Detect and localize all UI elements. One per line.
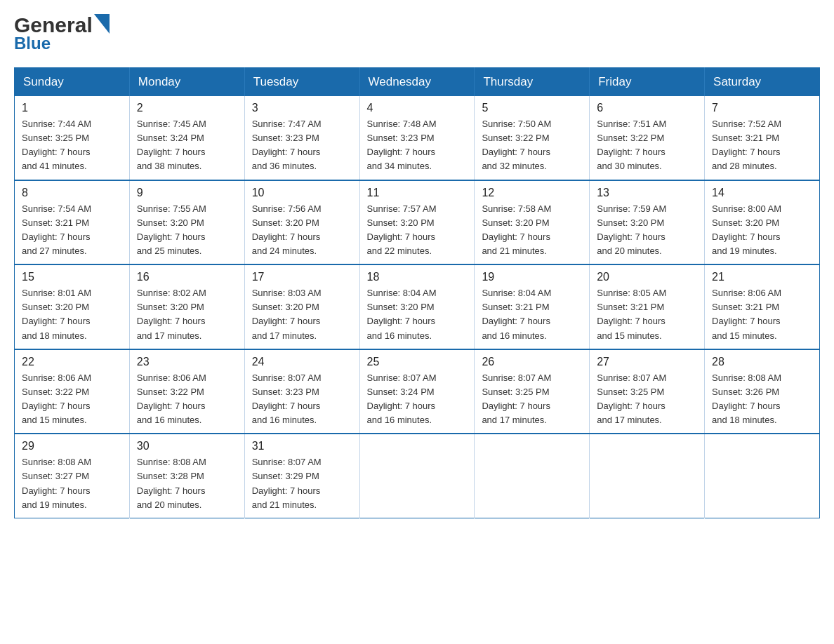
calendar-day-cell: 31 Sunrise: 8:07 AMSunset: 3:29 PMDaylig… [244, 434, 359, 518]
calendar-day-cell: 17 Sunrise: 8:03 AMSunset: 3:20 PMDaylig… [244, 264, 359, 349]
calendar-day-cell [475, 434, 590, 518]
calendar-day-cell: 19 Sunrise: 8:04 AMSunset: 3:21 PMDaylig… [475, 264, 590, 349]
day-info: Sunrise: 8:07 AMSunset: 3:23 PMDaylight:… [252, 373, 322, 425]
day-number: 28 [712, 356, 812, 368]
day-info: Sunrise: 7:55 AMSunset: 3:20 PMDaylight:… [137, 203, 206, 256]
day-info: Sunrise: 8:07 AMSunset: 3:25 PMDaylight:… [482, 373, 551, 425]
calendar-day-cell: 22 Sunrise: 8:06 AMSunset: 3:22 PMDaylig… [15, 349, 130, 434]
day-number: 25 [367, 356, 468, 368]
day-number: 31 [252, 440, 352, 452]
calendar-day-cell: 23 Sunrise: 8:06 AMSunset: 3:22 PMDaylig… [129, 349, 244, 434]
calendar-day-cell: 6 Sunrise: 7:51 AMSunset: 3:22 PMDayligh… [590, 96, 705, 180]
calendar-day-cell: 7 Sunrise: 7:52 AMSunset: 3:21 PMDayligh… [705, 96, 820, 180]
day-info: Sunrise: 8:08 AMSunset: 3:28 PMDaylight:… [137, 457, 206, 509]
calendar-day-cell: 8 Sunrise: 7:54 AMSunset: 3:21 PMDayligh… [15, 180, 130, 265]
day-info: Sunrise: 8:08 AMSunset: 3:27 PMDaylight:… [22, 457, 91, 509]
day-info: Sunrise: 7:52 AMSunset: 3:21 PMDaylight:… [712, 119, 781, 171]
day-number: 14 [712, 187, 812, 199]
day-number: 15 [22, 271, 122, 283]
day-info: Sunrise: 8:07 AMSunset: 3:25 PMDaylight:… [597, 373, 666, 425]
calendar-header-row: SundayMondayTuesdayWednesdayThursdayFrid… [15, 68, 820, 97]
day-info: Sunrise: 7:45 AMSunset: 3:24 PMDaylight:… [137, 119, 206, 171]
calendar-day-cell: 26 Sunrise: 8:07 AMSunset: 3:25 PMDaylig… [475, 349, 590, 434]
logo: General Blue [14, 14, 110, 53]
calendar-day-cell: 16 Sunrise: 8:02 AMSunset: 3:20 PMDaylig… [129, 264, 244, 349]
day-number: 21 [712, 271, 812, 283]
day-info: Sunrise: 8:05 AMSunset: 3:21 PMDaylight:… [597, 288, 666, 340]
calendar-day-cell: 5 Sunrise: 7:50 AMSunset: 3:22 PMDayligh… [475, 96, 590, 180]
day-number: 6 [597, 102, 697, 114]
day-number: 3 [252, 102, 352, 114]
day-info: Sunrise: 8:04 AMSunset: 3:20 PMDaylight:… [367, 288, 437, 340]
day-number: 22 [22, 356, 122, 368]
day-info: Sunrise: 8:03 AMSunset: 3:20 PMDaylight:… [252, 288, 322, 340]
day-number: 20 [597, 271, 697, 283]
calendar-week-row: 29 Sunrise: 8:08 AMSunset: 3:27 PMDaylig… [15, 434, 820, 518]
calendar-day-cell: 3 Sunrise: 7:47 AMSunset: 3:23 PMDayligh… [244, 96, 359, 180]
day-info: Sunrise: 7:58 AMSunset: 3:20 PMDaylight:… [482, 203, 551, 256]
day-number: 2 [137, 102, 237, 114]
day-info: Sunrise: 8:07 AMSunset: 3:24 PMDaylight:… [367, 373, 437, 425]
calendar-weekday-header: Friday [590, 68, 705, 97]
calendar-weekday-header: Tuesday [244, 68, 359, 97]
calendar-day-cell: 29 Sunrise: 8:08 AMSunset: 3:27 PMDaylig… [15, 434, 130, 518]
calendar-day-cell: 1 Sunrise: 7:44 AMSunset: 3:25 PMDayligh… [15, 96, 130, 180]
logo-general: General [14, 15, 93, 36]
day-number: 5 [482, 102, 582, 114]
day-info: Sunrise: 7:50 AMSunset: 3:22 PMDaylight:… [482, 119, 551, 171]
day-number: 23 [137, 356, 237, 368]
calendar-table: SundayMondayTuesdayWednesdayThursdayFrid… [14, 67, 820, 518]
calendar-day-cell: 11 Sunrise: 7:57 AMSunset: 3:20 PMDaylig… [359, 180, 475, 265]
calendar-day-cell [359, 434, 475, 518]
day-info: Sunrise: 8:06 AMSunset: 3:21 PMDaylight:… [712, 288, 781, 340]
calendar-day-cell: 18 Sunrise: 8:04 AMSunset: 3:20 PMDaylig… [359, 264, 475, 349]
day-number: 1 [22, 102, 122, 114]
calendar-weekday-header: Sunday [15, 68, 130, 97]
day-number: 13 [597, 187, 697, 199]
calendar-day-cell: 2 Sunrise: 7:45 AMSunset: 3:24 PMDayligh… [129, 96, 244, 180]
day-number: 30 [137, 440, 237, 452]
logo-blue: Blue [14, 34, 51, 53]
calendar-day-cell: 4 Sunrise: 7:48 AMSunset: 3:23 PMDayligh… [359, 96, 475, 180]
calendar-weekday-header: Thursday [475, 68, 590, 97]
calendar-day-cell: 25 Sunrise: 8:07 AMSunset: 3:24 PMDaylig… [359, 349, 475, 434]
calendar-day-cell: 20 Sunrise: 8:05 AMSunset: 3:21 PMDaylig… [590, 264, 705, 349]
day-number: 16 [137, 271, 237, 283]
day-info: Sunrise: 7:54 AMSunset: 3:21 PMDaylight:… [22, 203, 91, 256]
day-number: 11 [367, 187, 468, 199]
calendar-day-cell: 13 Sunrise: 7:59 AMSunset: 3:20 PMDaylig… [590, 180, 705, 265]
logo-triangle-icon [94, 14, 110, 34]
calendar-day-cell: 15 Sunrise: 8:01 AMSunset: 3:20 PMDaylig… [15, 264, 130, 349]
calendar-day-cell: 28 Sunrise: 8:08 AMSunset: 3:26 PMDaylig… [705, 349, 820, 434]
calendar-day-cell: 27 Sunrise: 8:07 AMSunset: 3:25 PMDaylig… [590, 349, 705, 434]
day-info: Sunrise: 8:06 AMSunset: 3:22 PMDaylight:… [137, 373, 206, 425]
day-number: 12 [482, 187, 582, 199]
day-number: 18 [367, 271, 468, 283]
day-number: 8 [22, 187, 122, 199]
day-number: 10 [252, 187, 352, 199]
calendar-day-cell: 30 Sunrise: 8:08 AMSunset: 3:28 PMDaylig… [129, 434, 244, 518]
calendar-week-row: 22 Sunrise: 8:06 AMSunset: 3:22 PMDaylig… [15, 349, 820, 434]
day-info: Sunrise: 8:04 AMSunset: 3:21 PMDaylight:… [482, 288, 551, 340]
calendar-day-cell: 14 Sunrise: 8:00 AMSunset: 3:20 PMDaylig… [705, 180, 820, 265]
day-number: 7 [712, 102, 812, 114]
svg-marker-0 [94, 14, 110, 34]
day-info: Sunrise: 7:59 AMSunset: 3:20 PMDaylight:… [597, 203, 666, 256]
calendar-day-cell [590, 434, 705, 518]
day-info: Sunrise: 7:48 AMSunset: 3:23 PMDaylight:… [367, 119, 437, 171]
day-info: Sunrise: 7:44 AMSunset: 3:25 PMDaylight:… [22, 119, 91, 171]
page-header: General Blue [14, 14, 820, 53]
calendar-week-row: 8 Sunrise: 7:54 AMSunset: 3:21 PMDayligh… [15, 180, 820, 265]
day-info: Sunrise: 7:57 AMSunset: 3:20 PMDaylight:… [367, 203, 437, 256]
calendar-week-row: 15 Sunrise: 8:01 AMSunset: 3:20 PMDaylig… [15, 264, 820, 349]
calendar-day-cell [705, 434, 820, 518]
day-info: Sunrise: 8:00 AMSunset: 3:20 PMDaylight:… [712, 203, 781, 256]
calendar-day-cell: 12 Sunrise: 7:58 AMSunset: 3:20 PMDaylig… [475, 180, 590, 265]
day-number: 27 [597, 356, 697, 368]
day-number: 24 [252, 356, 352, 368]
day-info: Sunrise: 8:06 AMSunset: 3:22 PMDaylight:… [22, 373, 91, 425]
day-number: 17 [252, 271, 352, 283]
calendar-week-row: 1 Sunrise: 7:44 AMSunset: 3:25 PMDayligh… [15, 96, 820, 180]
day-number: 4 [367, 102, 468, 114]
day-number: 19 [482, 271, 582, 283]
